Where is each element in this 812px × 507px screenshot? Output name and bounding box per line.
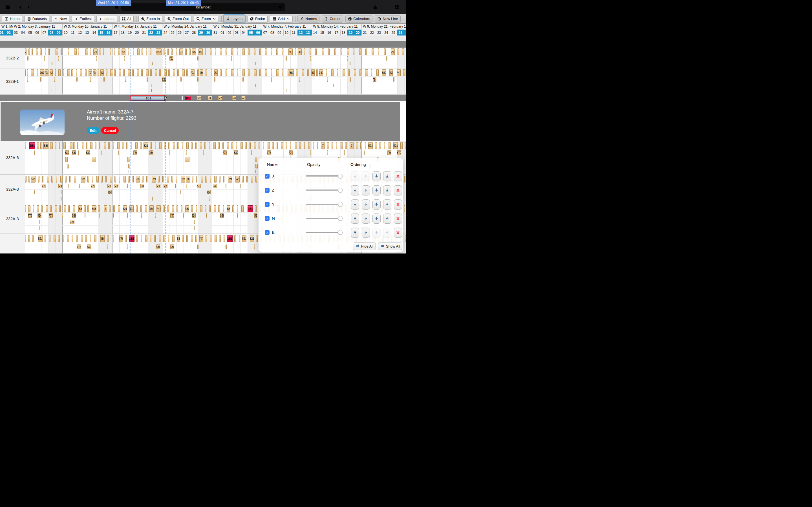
- flight-block[interactable]: [365, 142, 366, 149]
- flight-block[interactable]: [215, 48, 216, 55]
- flight-block[interactable]: [186, 184, 187, 188]
- flight-block[interactable]: [118, 48, 120, 55]
- flight-block[interactable]: [315, 48, 317, 55]
- flight-block[interactable]: [58, 235, 60, 242]
- flight-block[interactable]: [77, 142, 79, 149]
- show-all-button[interactable]: Show All: [378, 242, 402, 250]
- flight-block[interactable]: [128, 48, 129, 55]
- flight-block[interactable]: [125, 235, 126, 242]
- flight-block[interactable]: [68, 48, 69, 55]
- flight-block[interactable]: [136, 205, 138, 212]
- flight-block[interactable]: 797: [89, 69, 92, 76]
- flight-block[interactable]: [129, 170, 129, 173]
- move-to-bottom-button[interactable]: [383, 214, 391, 224]
- flight-block[interactable]: [243, 69, 245, 76]
- flight-block[interactable]: [59, 142, 60, 149]
- flight-block[interactable]: [29, 176, 30, 182]
- flight-block[interactable]: [54, 235, 56, 242]
- flight-block[interactable]: 747: [170, 213, 174, 218]
- flight-block[interactable]: [63, 235, 64, 242]
- flight-block[interactable]: 382: [382, 69, 386, 76]
- flight-block[interactable]: [255, 205, 257, 212]
- flight-block[interactable]: [243, 77, 244, 82]
- flight-block[interactable]: [43, 142, 44, 149]
- day-header-cell[interactable]: 26: [176, 30, 184, 36]
- flight-block[interactable]: [210, 176, 211, 182]
- flight-block[interactable]: 539: [114, 184, 118, 188]
- flight-block[interactable]: [27, 77, 28, 82]
- opacity-slider-thumb[interactable]: [338, 230, 343, 235]
- flight-block[interactable]: 798: [93, 69, 96, 76]
- move-to-top-button[interactable]: [351, 185, 359, 195]
- flight-block[interactable]: [41, 205, 43, 212]
- flight-block[interactable]: [163, 48, 165, 55]
- grid-button[interactable]: Grid: [270, 15, 293, 22]
- datasets-button[interactable]: Datasets: [24, 15, 49, 22]
- week-header-cell[interactable]: W 8, Monday 14. February 11: [312, 24, 362, 29]
- flight-block[interactable]: [103, 77, 105, 82]
- flight-block[interactable]: [86, 48, 88, 55]
- flight-block[interactable]: [81, 235, 83, 242]
- flight-block[interactable]: [191, 142, 193, 149]
- flight-block[interactable]: [403, 69, 405, 76]
- flight-block[interactable]: 521: [144, 142, 148, 149]
- flight-block[interactable]: [140, 205, 142, 212]
- flight-block[interactable]: [60, 176, 63, 182]
- flight-block[interactable]: [141, 213, 142, 218]
- flight-block[interactable]: [299, 142, 301, 149]
- flight-block[interactable]: [163, 205, 165, 212]
- flight-block[interactable]: [248, 69, 250, 76]
- flight-block[interactable]: [141, 235, 142, 242]
- flight-block[interactable]: [365, 48, 367, 55]
- flight-block[interactable]: [271, 48, 272, 55]
- flight-block[interactable]: [62, 213, 63, 218]
- flight-block[interactable]: [34, 151, 35, 155]
- flight-block[interactable]: [99, 142, 100, 149]
- flight-block[interactable]: [155, 142, 156, 149]
- flight-block[interactable]: [302, 69, 304, 76]
- move-down-button[interactable]: [372, 185, 380, 195]
- flight-block[interactable]: [222, 142, 223, 149]
- day-header-cell[interactable]: 05: [27, 30, 34, 36]
- flight-block[interactable]: [28, 56, 29, 61]
- flight-block[interactable]: [113, 213, 114, 218]
- delete-layer-button[interactable]: [394, 200, 402, 210]
- flight-block[interactable]: [49, 48, 50, 55]
- flight-block[interactable]: [288, 69, 290, 76]
- flight-block[interactable]: [52, 62, 52, 65]
- flight-block[interactable]: [337, 69, 338, 76]
- flight-block[interactable]: [364, 151, 364, 155]
- flight-block[interactable]: 530: [234, 151, 238, 155]
- move-to-bottom-button[interactable]: [383, 185, 391, 195]
- flight-block[interactable]: 570: [397, 151, 401, 155]
- flight-block[interactable]: [237, 213, 238, 218]
- day-header-cell[interactable]: 26: [397, 30, 404, 36]
- zoom-out-button[interactable]: Zoom Out: [165, 15, 192, 22]
- cursor-time-line[interactable]: [131, 41, 131, 253]
- flight-block[interactable]: 776: [28, 213, 32, 218]
- day-header-cell[interactable]: 16: [326, 30, 333, 36]
- flight-block[interactable]: [163, 235, 165, 242]
- flight-block[interactable]: [150, 235, 151, 242]
- flight-block[interactable]: [400, 142, 403, 149]
- day-header-cell[interactable]: 07: [41, 30, 48, 36]
- flight-block[interactable]: [327, 151, 328, 155]
- flight-block[interactable]: 539: [218, 96, 222, 100]
- flight-block[interactable]: [359, 69, 361, 76]
- flight-block[interactable]: [256, 235, 258, 242]
- flight-block[interactable]: [331, 69, 334, 76]
- flight-block[interactable]: [159, 142, 161, 149]
- flight-block[interactable]: [92, 157, 96, 162]
- flight-block[interactable]: [371, 69, 372, 76]
- flight-block[interactable]: [231, 69, 234, 76]
- flight-block[interactable]: 521: [152, 176, 156, 182]
- flight-block[interactable]: [404, 176, 405, 182]
- flight-block[interactable]: [63, 69, 64, 76]
- flight-block[interactable]: [201, 176, 203, 182]
- day-header-cell[interactable]: 07: [262, 30, 269, 36]
- flight-block[interactable]: [282, 69, 283, 76]
- flight-block[interactable]: [250, 142, 251, 149]
- flight-block[interactable]: 539: [86, 151, 90, 155]
- day-header-cell[interactable]: 11: [290, 30, 297, 36]
- flight-block[interactable]: [42, 176, 43, 182]
